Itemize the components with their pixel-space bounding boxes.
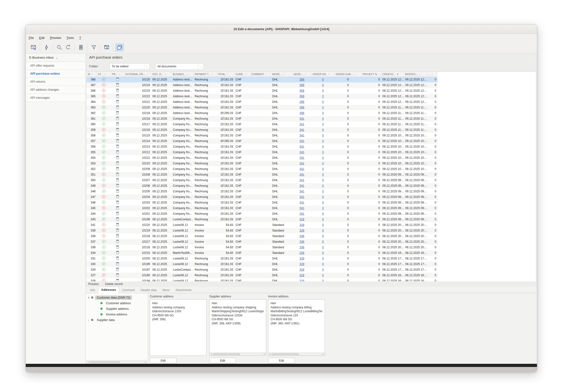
order_no-link[interactable]: 0 <box>322 117 324 120</box>
document-icon[interactable] <box>116 212 119 215</box>
table-row[interactable]: 337✓1021708.12.2025Locke08.12Invoice54.8… <box>86 239 438 245</box>
scroll-left-icon[interactable]: ◂ <box>86 361 90 363</box>
scroll-left-icon[interactable]: ◂ <box>210 352 213 356</box>
column-header-creatio[interactable]: CREATIO...▼ <box>381 72 404 76</box>
document-icon[interactable] <box>116 279 119 281</box>
order_no-link[interactable]: 0 <box>322 234 324 238</box>
order_no-link[interactable]: 0 <box>322 156 324 160</box>
tree-item-customer-data-dnr-72[interactable]: ∨Customer data (DNR:72) <box>86 295 148 300</box>
column-header-payment-t[interactable]: PAYMENT T...△ <box>194 72 216 76</box>
order_no-link[interactable]: 0 <box>322 122 324 126</box>
order_no-link[interactable]: 0 <box>322 139 324 143</box>
addr-link[interactable]: 341 <box>300 207 304 210</box>
collapse-icon[interactable]: ∨ <box>87 296 91 299</box>
table-row[interactable]: 344✓1020109.12.2025Company fro...Rechnun… <box>86 211 438 217</box>
table-row[interactable]: 348✓1020509.12.2025Company fro...Rechnun… <box>86 189 438 194</box>
document-icon[interactable] <box>116 245 119 249</box>
order_no-link[interactable]: 0 <box>322 251 324 255</box>
filter-icon[interactable] <box>89 43 98 52</box>
menu-[interactable]: ? <box>79 36 81 40</box>
addr-link[interactable]: 336 <box>300 240 304 243</box>
order_no-link[interactable]: 0 <box>322 273 324 277</box>
order_no-link[interactable]: 0 <box>322 128 324 131</box>
tree-item-invoice-address[interactable]: Invoice address <box>86 312 148 317</box>
scrollbar-thumb[interactable] <box>213 353 240 355</box>
order_no-link[interactable]: 0 <box>322 83 324 87</box>
document-icon[interactable] <box>116 206 119 210</box>
document-icon[interactable] <box>116 218 119 221</box>
scroll-right-icon[interactable]: ▸ <box>144 361 147 363</box>
addr-link[interactable]: 341 <box>300 128 304 131</box>
order_no-link[interactable]: 0 <box>322 111 324 115</box>
column-header-order-sub[interactable]: ORDER SUB-...△ <box>334 72 361 76</box>
window-views-icon[interactable] <box>115 43 124 52</box>
addr-link[interactable]: 328 <box>300 257 304 260</box>
sidebar-header[interactable]: E-Business inbox ⌄ <box>26 54 86 62</box>
document-icon[interactable] <box>116 122 119 126</box>
document-icon[interactable] <box>116 145 119 148</box>
sidebar-item-api-offer-requests[interactable]: API offer requests <box>26 62 86 70</box>
addr-link[interactable]: 341 <box>300 117 304 120</box>
column-header-st[interactable]: ST...△ <box>97 72 111 76</box>
document-icon[interactable] <box>116 162 119 165</box>
addr-link[interactable]: 341 <box>300 173 304 176</box>
document-icon[interactable] <box>116 117 119 120</box>
menu-file[interactable]: File <box>29 36 34 40</box>
document-icon[interactable] <box>116 251 119 254</box>
column-header-curr[interactable]: CURR...△ <box>234 72 250 76</box>
table-row[interactable]: 345!1020209.12.2025Company fro...Rechnun… <box>86 206 438 211</box>
delete-record-button[interactable]: Delete record <box>105 282 122 286</box>
addr-link[interactable]: 341 <box>300 201 304 204</box>
addr-link[interactable]: 328 <box>300 218 304 221</box>
table-row[interactable]: 360✓1021709.12.2025Company fro...Rechnun… <box>86 122 438 127</box>
table-row[interactable]: 365!1022209.12.2025Address testi...Rechn… <box>86 94 438 99</box>
order_no-link[interactable]: 0 <box>322 162 324 165</box>
report-icon[interactable] <box>76 43 85 52</box>
addr-link[interactable]: 341 <box>300 167 304 171</box>
tab-attachments[interactable]: Attachments <box>173 287 195 293</box>
order_no-link[interactable]: 0 <box>322 173 324 176</box>
document-icon[interactable] <box>116 167 119 171</box>
document-icon[interactable] <box>116 173 119 176</box>
table-row[interactable]: 330✓1019908.12.2025Locke08.12Rechnung15'… <box>86 261 438 267</box>
addr-link[interactable]: 341 <box>300 212 304 216</box>
document-icon[interactable] <box>116 234 119 238</box>
scroll-left-icon[interactable]: ◂ <box>268 352 271 356</box>
order_no-link[interactable]: 0 <box>322 195 324 199</box>
document-icon[interactable] <box>116 262 119 266</box>
column-header-addr[interactable]: ADDR....△ <box>292 72 311 76</box>
addr-link[interactable]: 328 <box>300 268 304 271</box>
table-row[interactable]: 357✓1021409.12.2025Company fro...Rechnun… <box>86 138 438 144</box>
document-icon[interactable] <box>116 111 119 115</box>
document-icon[interactable] <box>116 139 119 142</box>
table-row[interactable]: 358✓1021509.12.2025Company fro...Rechnun… <box>86 133 438 138</box>
order_no-link[interactable]: 0 <box>322 279 324 281</box>
addr-link[interactable]: 341 <box>300 156 304 160</box>
sidebar-item-api-purchase-orders[interactable]: API purchase orders <box>26 70 86 78</box>
table-row[interactable]: 351!1020809.12.2025Company fro...Rechnun… <box>86 172 438 177</box>
order_no-link[interactable]: 0 <box>322 167 324 171</box>
addr-link[interactable]: 341 <box>300 178 304 182</box>
tree-horizontal-scrollbar[interactable]: ◂ ▸ <box>86 360 148 364</box>
addr-link[interactable]: 336 <box>300 234 304 238</box>
expand-icon[interactable]: › <box>87 318 91 321</box>
table-row[interactable]: 349!1020609.12.2025Company fro...Rechnun… <box>86 183 438 189</box>
order_no-link[interactable]: 0 <box>322 240 324 243</box>
column-header-order-no[interactable]: ORDER NO.△ <box>311 72 334 76</box>
document-icon[interactable] <box>116 106 119 109</box>
table-row[interactable]: 367!1022409.12.2025Address testi...Rechn… <box>86 82 438 88</box>
addr-link[interactable]: 356 <box>300 111 304 115</box>
table-row[interactable]: 366!1022309.12.2025Address testi...Rechn… <box>86 88 438 94</box>
menu-preview[interactable]: Preview <box>50 36 61 40</box>
column-header-external-or[interactable]: EXTERNAL OR...△ <box>124 72 151 76</box>
sidebar-item-api-address-changes[interactable]: API address changes <box>26 86 86 94</box>
column-header-project-n[interactable]: PROJECT N...△ <box>361 72 381 76</box>
document-icon[interactable] <box>116 257 119 260</box>
refresh-icon[interactable] <box>64 43 72 52</box>
sidebar-item-api-messages[interactable]: API messages <box>26 94 86 102</box>
addr-link[interactable]: 328 <box>300 229 304 232</box>
tab-header-data[interactable]: Header data <box>138 287 160 293</box>
table-row[interactable]: 368✓1022509.12.2025Address testi...Rechn… <box>86 77 438 82</box>
tab-items[interactable]: Items <box>160 287 172 293</box>
document-icon[interactable] <box>116 201 119 204</box>
